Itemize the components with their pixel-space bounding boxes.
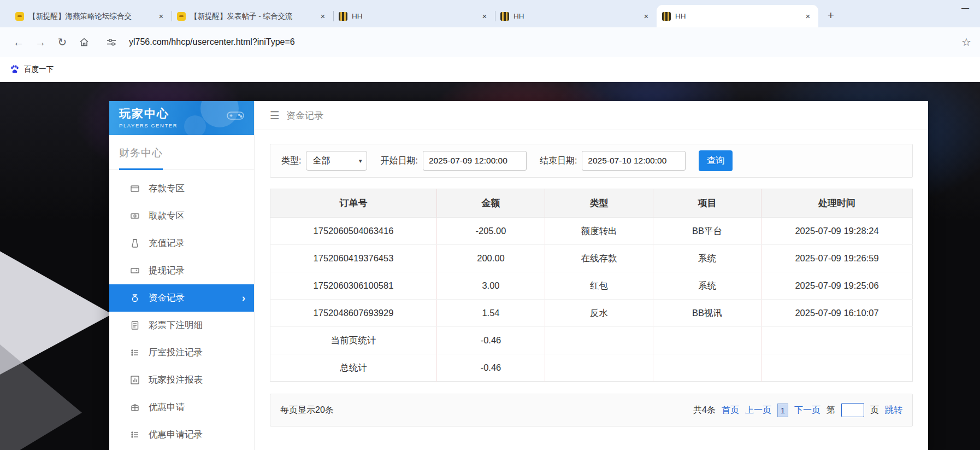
promo-record-icon — [130, 429, 141, 440]
end-date-input[interactable] — [582, 151, 686, 171]
next-page-link[interactable]: 下一页 — [794, 405, 820, 416]
cell-order-no: 1752060504063416 — [270, 218, 437, 245]
recharge-record-icon — [130, 238, 141, 249]
cell-type: 反水 — [545, 300, 653, 327]
sidebar-item-label: 彩票下注明细 — [149, 319, 203, 331]
browser-window: 【新提醒】海燕策略论坛综合交 × 【新提醒】发表帖子 - 综合交流 × HH ×… — [0, 0, 980, 450]
current-page-indicator[interactable]: 1 — [777, 404, 788, 417]
site-info-icon[interactable] — [102, 32, 121, 52]
cell-type: 红包 — [545, 272, 653, 300]
forward-icon[interactable]: → — [31, 32, 50, 52]
minimize-button[interactable]: — — [961, 3, 969, 12]
sidebar-item-label: 玩家投注报表 — [149, 374, 203, 386]
sidebar-header: 玩家中心 PLAYERS CENTER — [109, 101, 254, 135]
cell-empty — [761, 354, 913, 382]
new-tab-button[interactable]: + — [823, 8, 839, 24]
hh-favicon-icon — [339, 12, 347, 21]
start-date-input[interactable] — [423, 151, 527, 171]
address-bar[interactable]: yl756.com/hhcp/usercenter.html?iniType=6 — [129, 37, 957, 47]
cell-project: BB视讯 — [653, 300, 761, 327]
col-header-order-no: 订单号 — [270, 189, 437, 218]
deposit-icon — [130, 183, 141, 194]
col-header-project: 项目 — [653, 189, 761, 218]
sidebar-item-promo-apply[interactable]: 优惠申请 — [109, 394, 254, 421]
hamburger-icon: ☰ — [270, 109, 280, 122]
sidebar-item-label: 充值记录 — [149, 237, 185, 249]
sidebar-item-player-report[interactable]: 玩家投注报表 — [109, 366, 254, 394]
hall-bet-record-icon — [130, 347, 141, 358]
cell-amount: 1.54 — [437, 300, 545, 327]
browser-tab-active[interactable]: HH × — [657, 5, 818, 27]
col-header-time: 处理时间 — [761, 189, 913, 218]
page-jump-input[interactable] — [841, 403, 864, 417]
tab-close-icon[interactable]: × — [318, 11, 328, 21]
jump-label-post: 页 — [870, 405, 879, 416]
tab-close-icon[interactable]: × — [156, 11, 166, 21]
sidebar-item-hall-bet-record[interactable]: 厅室投注记录 — [109, 339, 254, 366]
tab-label: 【新提醒】发表帖子 - 综合交流 — [190, 11, 314, 21]
jump-link[interactable]: 跳转 — [885, 405, 902, 416]
end-date-label: 结束日期: — [540, 155, 577, 167]
first-page-link[interactable]: 首页 — [722, 405, 739, 416]
sidebar-item-promo-record[interactable]: 优惠申请记录 — [109, 421, 254, 448]
tab-close-icon[interactable]: × — [641, 11, 651, 21]
browser-tab[interactable]: HH × — [495, 5, 657, 27]
cell-order-no: 1752060419376453 — [270, 245, 437, 272]
cell-empty — [761, 327, 913, 354]
browser-tab[interactable]: 【新提醒】发表帖子 - 综合交流 × — [172, 5, 333, 27]
cell-type: 在线存款 — [545, 245, 653, 272]
cell-time: 2025-07-09 19:26:59 — [761, 245, 913, 272]
sidebar-item-label: 优惠申请 — [149, 401, 185, 413]
sidebar-item-label: 资金记录 — [149, 292, 185, 304]
promo-apply-icon — [130, 402, 141, 413]
col-header-amount: 金额 — [437, 189, 545, 218]
cell-amount: 200.00 — [437, 245, 545, 272]
cell-order-no: 1752048607693929 — [270, 300, 437, 327]
total-count-label: 共4条 — [693, 405, 716, 416]
back-icon[interactable]: ← — [9, 32, 28, 52]
pagination-controls: 共4条 首页 上一页 1 下一页 第 页 跳转 — [693, 403, 902, 417]
sidebar-item-withdraw[interactable]: 取款专区 — [109, 202, 254, 230]
sidebar-item-label: 提现记录 — [149, 265, 185, 277]
cell-project: 系统 — [653, 245, 761, 272]
table-row: 1752060504063416 -205.00 额度转出 BB平台 2025-… — [270, 218, 913, 245]
lottery-bet-icon — [130, 320, 141, 331]
finance-section-header: 财务中心 — [109, 135, 254, 170]
tab-label: 【新提醒】海燕策略论坛综合交 — [28, 11, 152, 21]
forum-favicon-icon — [177, 12, 186, 21]
sidebar-item-funds-record[interactable]: 资金记录 › — [109, 284, 254, 312]
cell-stats-label: 总统计 — [270, 354, 437, 382]
type-select[interactable]: 全部 ▾ — [306, 151, 367, 171]
tab-close-icon[interactable]: × — [803, 11, 813, 21]
table-header-row: 订单号 金额 类型 项目 处理时间 — [270, 189, 913, 218]
cell-empty — [545, 354, 653, 382]
bookmark-star-icon[interactable]: ☆ — [961, 36, 971, 49]
browser-tab[interactable]: 【新提醒】海燕策略论坛综合交 × — [10, 5, 172, 27]
home-icon[interactable] — [74, 32, 94, 52]
bookmark-item-baidu[interactable]: 百度一下 — [10, 65, 54, 74]
cell-time: 2025-07-09 19:25:06 — [761, 272, 913, 300]
query-button[interactable]: 查询 — [699, 150, 733, 171]
sidebar-item-withdrawal-record[interactable]: 提现记录 — [109, 257, 254, 284]
backdrop-triangle — [0, 344, 82, 450]
start-date-label: 开始日期: — [380, 155, 417, 167]
cell-amount: 3.00 — [437, 272, 545, 300]
withdrawal-record-icon — [130, 265, 141, 276]
browser-tab[interactable]: HH × — [333, 5, 495, 27]
tab-close-icon[interactable]: × — [480, 11, 489, 21]
sidebar-menu: 存款专区 取款专区 充值记录 — [109, 170, 254, 448]
prev-page-link[interactable]: 上一页 — [745, 405, 771, 416]
sidebar-item-lottery-bet-detail[interactable]: 彩票下注明细 — [109, 312, 254, 339]
per-page-label: 每页显示20条 — [280, 405, 693, 416]
type-label: 类型: — [281, 155, 301, 167]
reload-icon[interactable]: ↻ — [52, 32, 72, 52]
user-center-panel: 玩家中心 PLAYERS CENTER 财务中心 — [109, 101, 928, 450]
sidebar-item-recharge-record[interactable]: 充值记录 — [109, 230, 254, 257]
section-underline — [119, 168, 163, 170]
col-header-type: 类型 — [545, 189, 653, 218]
chevron-right-icon: › — [242, 293, 245, 304]
table-row: 1752060306100581 3.00 红包 系统 2025-07-09 1… — [270, 272, 913, 300]
backdrop-triangle — [0, 243, 112, 375]
hh-favicon-icon — [662, 12, 671, 21]
sidebar-item-deposit[interactable]: 存款专区 — [109, 175, 254, 202]
